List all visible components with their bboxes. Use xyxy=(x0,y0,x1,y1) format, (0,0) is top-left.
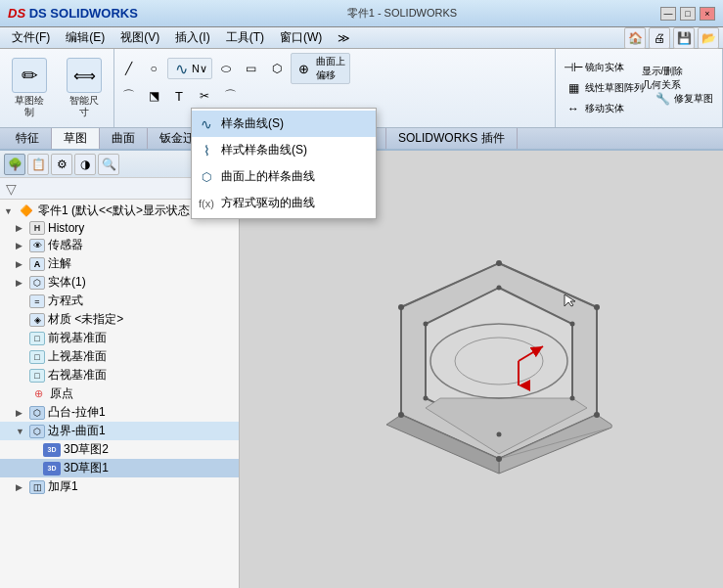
tree-annotation[interactable]: ▶ A 注解 xyxy=(0,254,239,273)
menu-more[interactable]: ≫ xyxy=(330,29,358,47)
arc-tool[interactable]: ⌒ xyxy=(116,86,140,106)
surface-spline-item[interactable]: ⬡ 曲面上的样条曲线 xyxy=(192,163,376,190)
equation-curve-item[interactable]: f(x) 方程式驱动的曲线 xyxy=(192,190,376,216)
tree-extrude1[interactable]: ▶ ⬡ 凸台-拉伸1 xyxy=(0,403,239,422)
surface1-icon: ⬡ xyxy=(29,425,45,438)
rect2-icon: ⬔ xyxy=(145,87,162,105)
display-tab[interactable]: ◑ xyxy=(74,154,96,175)
rect-icon: ▭ xyxy=(243,60,260,77)
front-plane-icon: □ xyxy=(29,332,45,345)
origin-label: 原点 xyxy=(50,385,73,402)
tree-top-plane[interactable]: □ 上视基准面 xyxy=(0,347,239,366)
surface1-label: 边界-曲面1 xyxy=(48,423,106,439)
offset-surface-tool[interactable]: ⊕ 曲面上偏移 xyxy=(291,53,350,84)
sketch-button[interactable]: ✏ 草图绘制 xyxy=(4,53,55,123)
tree-sketch3d-2[interactable]: 3D 3D草图2 xyxy=(0,440,239,459)
tb-home-icon[interactable]: 🏠 xyxy=(624,27,646,49)
minimize-button[interactable]: — xyxy=(660,7,676,21)
maximize-button[interactable]: □ xyxy=(680,7,696,21)
tab-features[interactable]: 特征 xyxy=(4,128,52,149)
spline-menu-icon: ∿ xyxy=(198,115,215,133)
solid-icon: ⬡ xyxy=(29,276,45,290)
svg-point-16 xyxy=(398,412,404,418)
tb-save-icon[interactable]: 💾 xyxy=(673,27,695,49)
arc-icon: ⌒ xyxy=(119,87,137,105)
rectangle-tool[interactable]: ▭ xyxy=(240,59,263,78)
offset-label: 曲面上偏移 xyxy=(316,55,345,82)
tree-origin[interactable]: ⊕ 原点 xyxy=(0,384,239,403)
sketch-icon: ✏ xyxy=(12,58,47,93)
menu-edit[interactable]: 编辑(E) xyxy=(58,27,113,48)
svg-point-14 xyxy=(594,412,600,418)
trim-tool[interactable]: ✂ xyxy=(193,86,216,106)
ellipse-tool[interactable]: ⬭ xyxy=(214,59,238,78)
tab-solidworks-plugins[interactable]: SOLIDWORKS 插件 xyxy=(386,128,518,149)
tb-open-icon[interactable]: 📂 xyxy=(698,27,719,49)
root-arrow: ▼ xyxy=(4,206,18,216)
menu-insert[interactable]: 插入(I) xyxy=(167,27,217,48)
sketch3d2-label: 3D草图2 xyxy=(64,441,109,458)
polygon-tool[interactable]: ⬡ xyxy=(265,59,289,78)
menu-file[interactable]: 文件(F) xyxy=(4,27,58,48)
show-delete-relations-btn[interactable]: 显示/删除几何关系 xyxy=(651,68,716,88)
text-icon: T xyxy=(170,87,188,105)
tree-history[interactable]: ▶ H History xyxy=(0,220,239,236)
surface1-arrow: ▼ xyxy=(16,427,29,436)
tb-print-icon[interactable]: 🖨 xyxy=(649,27,670,49)
menu-tools[interactable]: 工具(T) xyxy=(218,27,272,48)
property-tab[interactable]: 📋 xyxy=(27,154,49,175)
menu-window[interactable]: 窗口(W) xyxy=(272,27,330,48)
circle-tool[interactable]: ○ xyxy=(142,59,165,78)
tree-sketch3d-1[interactable]: 3D 3D草图1 xyxy=(0,459,239,477)
spline-item[interactable]: ∿ 样条曲线(S) xyxy=(192,111,376,137)
tree-equation[interactable]: = 方程式 xyxy=(0,292,239,310)
material-icon: ◈ xyxy=(29,313,45,327)
tab-sketch[interactable]: 草图 xyxy=(52,128,100,149)
spline-dropdown[interactable]: ∿ N∨ xyxy=(167,58,212,79)
annotation-arrow: ▶ xyxy=(16,259,29,269)
tree-front-plane[interactable]: □ 前视基准面 xyxy=(0,329,239,347)
featureman-tab[interactable]: 🌳 xyxy=(4,154,25,175)
move-icon: ↔ xyxy=(565,100,582,117)
title-bar-controls: — □ × xyxy=(660,7,715,21)
mirror-entities-btn[interactable]: ⊣⊢ 镜向实体 xyxy=(562,58,647,77)
svg-point-15 xyxy=(496,456,502,462)
text-tool[interactable]: T xyxy=(167,86,191,106)
sensor-label: 传感器 xyxy=(48,237,83,253)
move-entities-btn[interactable]: ↔ 移动实体 xyxy=(562,99,647,118)
rect2-tool[interactable]: ⬔ xyxy=(142,86,165,106)
repair-sketch-btn[interactable]: 🔧 修复草图 xyxy=(651,89,716,109)
tab-surface[interactable]: 曲面 xyxy=(100,128,148,149)
mirror-icon: ⊣⊢ xyxy=(565,59,582,76)
tree-surface1[interactable]: ▼ ⬡ 边界-曲面1 xyxy=(0,422,239,440)
tree-sensor[interactable]: ▶ 👁 传感器 xyxy=(0,236,239,254)
line-tool[interactable]: ╱ xyxy=(116,59,140,78)
annotation-icon: A xyxy=(29,257,45,271)
fillet-tool[interactable]: ⌒ xyxy=(218,86,242,106)
offset-icon: ⊕ xyxy=(295,60,313,77)
title-bar-text: 零件1 - SOLIDWORKS xyxy=(144,6,660,21)
title-bar: DS DS SOLIDWORKS 零件1 - SOLIDWORKS — □ × xyxy=(0,0,723,27)
tree-thicken1[interactable]: ▶ ◫ 加厚1 xyxy=(0,477,239,496)
feature-tree: ▼ 🔶 零件1 (默认<<默认>显示状态 1>) ▶ H History ▶ 👁… xyxy=(0,200,239,588)
front-plane-label: 前视基准面 xyxy=(48,330,107,346)
close-button[interactable]: × xyxy=(700,7,715,21)
smart-dim-icon: ⟺ xyxy=(67,58,102,93)
thicken1-icon: ◫ xyxy=(29,480,45,494)
search-tab[interactable]: 🔍 xyxy=(98,154,119,175)
linear-array-btn[interactable]: ▦ 线性草图阵列 xyxy=(562,78,647,98)
config-tab[interactable]: ⚙ xyxy=(51,154,72,175)
tree-right-plane[interactable]: □ 右视基准面 xyxy=(0,366,239,384)
menu-bar: 文件(F) 编辑(E) 视图(V) 插入(I) 工具(T) 窗口(W) ≫ 🏠 … xyxy=(0,27,723,49)
right-plane-icon: □ xyxy=(29,369,45,383)
tree-solid[interactable]: ▶ ⬡ 实体(1) xyxy=(0,273,239,292)
smart-dimension-button[interactable]: ⟺ 智能尺寸 xyxy=(59,53,110,123)
mirror-group: ⊣⊢ 镜向实体 ▦ 线性草图阵列 ↔ 移动实体 xyxy=(562,53,647,123)
style-spline-item[interactable]: ⌇ 样式样条曲线(S) xyxy=(192,137,376,163)
filter-icon: ▽ xyxy=(6,181,17,197)
sketch3d2-icon: 3D xyxy=(43,443,61,457)
menu-view[interactable]: 视图(V) xyxy=(113,27,167,48)
linear-array-label: 线性草图阵列 xyxy=(585,81,644,95)
tree-material[interactable]: ◈ 材质 <未指定> xyxy=(0,310,239,329)
ribbon-right-tools: ⊣⊢ 镜向实体 ▦ 线性草图阵列 ↔ 移动实体 显示/删除几何关系 🔧 xyxy=(556,49,723,127)
